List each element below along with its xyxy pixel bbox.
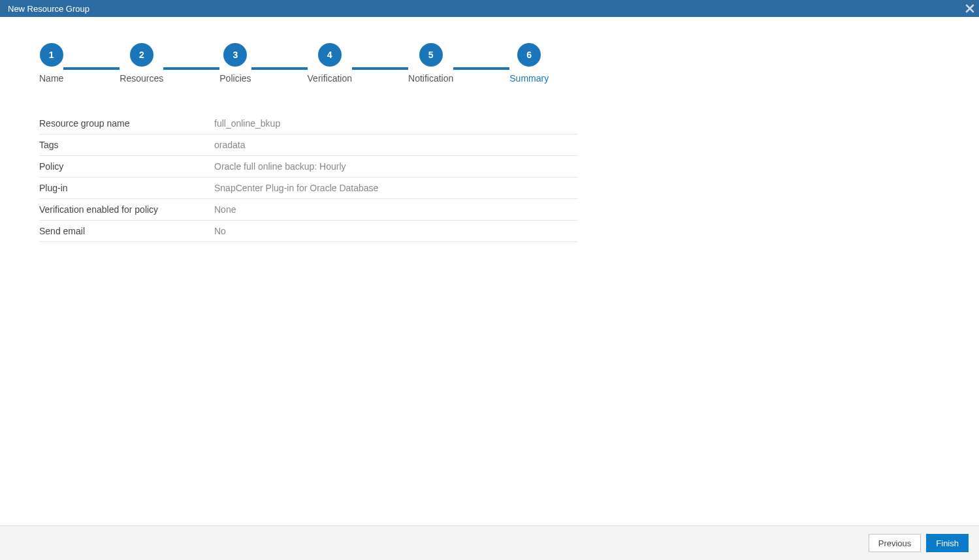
step-number: 2 (130, 43, 153, 67)
title-bar: New Resource Group (0, 0, 979, 17)
summary-row: Plug-in SnapCenter Plug-in for Oracle Da… (39, 178, 578, 199)
wizard-footer: Previous Finish (0, 525, 979, 560)
step-verification[interactable]: 4 Verification (308, 43, 352, 84)
summary-value: No (214, 221, 578, 242)
step-resources[interactable]: 2 Resources (120, 43, 163, 84)
previous-button[interactable]: Previous (869, 534, 922, 552)
step-notification[interactable]: 5 Notification (408, 43, 453, 84)
step-label: Policies (219, 73, 251, 84)
wizard-content: 1 Name 2 Resources 3 Policies (0, 17, 979, 525)
summary-key: Policy (39, 156, 214, 178)
step-connector (352, 67, 408, 70)
step-number: 1 (40, 43, 63, 67)
step-connector (63, 67, 120, 70)
wizard-window: New Resource Group 1 Name 2 Resources (0, 0, 979, 560)
step-connector (251, 67, 308, 70)
step-number: 3 (223, 43, 247, 67)
step-label: Verification (308, 73, 352, 84)
summary-value: full_online_bkup (214, 113, 578, 134)
window-title: New Resource Group (8, 4, 89, 14)
summary-row: Resource group name full_online_bkup (39, 113, 578, 134)
summary-value: Oracle full online backup: Hourly (214, 156, 578, 178)
summary-key: Plug-in (39, 178, 214, 199)
step-summary[interactable]: 6 Summary (509, 43, 549, 84)
step-label: Summary (509, 73, 549, 84)
step-name[interactable]: 1 Name (39, 43, 63, 84)
step-label: Notification (408, 73, 453, 84)
wizard-stepper: 1 Name 2 Resources 3 Policies (39, 43, 940, 84)
step-number: 4 (318, 43, 342, 67)
step-connector (453, 67, 509, 70)
step-number: 5 (419, 43, 443, 67)
summary-key: Send email (39, 221, 214, 242)
summary-value: SnapCenter Plug-in for Oracle Database (214, 178, 578, 199)
summary-key: Tags (39, 134, 214, 156)
finish-button[interactable]: Finish (926, 534, 969, 552)
summary-row: Send email No (39, 221, 578, 242)
summary-row: Policy Oracle full online backup: Hourly (39, 156, 578, 178)
summary-key: Verification enabled for policy (39, 199, 214, 221)
close-icon[interactable] (962, 0, 978, 17)
summary-value: None (214, 199, 578, 221)
summary-value: oradata (214, 134, 578, 156)
summary-row: Verification enabled for policy None (39, 199, 578, 221)
step-label: Name (39, 73, 63, 84)
step-number: 6 (517, 43, 541, 67)
summary-table: Resource group name full_online_bkup Tag… (39, 113, 578, 242)
step-label: Resources (120, 73, 163, 84)
step-policies[interactable]: 3 Policies (219, 43, 251, 84)
summary-row: Tags oradata (39, 134, 578, 156)
step-connector (163, 67, 219, 70)
summary-key: Resource group name (39, 113, 214, 134)
